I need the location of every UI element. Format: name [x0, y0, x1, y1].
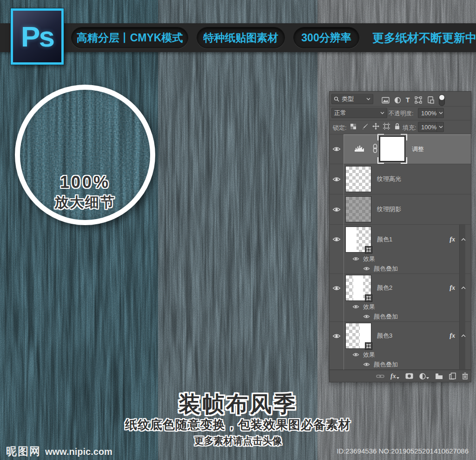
levels-adjustment-icon [355, 146, 364, 152]
layer-row-color2[interactable]: 颜色2 fx [330, 274, 471, 302]
fill-input[interactable]: 100% [418, 122, 444, 132]
chevron-down-icon [380, 112, 384, 114]
vector-mask-badge-icon [365, 246, 372, 253]
lock-transparency-icon[interactable] [350, 123, 357, 130]
lock-pixels-brush-icon[interactable] [362, 123, 368, 130]
search-icon [334, 96, 339, 102]
effect-visibility-toggle[interactable] [352, 353, 359, 357]
fx-icon: fx [450, 284, 455, 292]
layer-name: 颜色3 [377, 332, 392, 340]
eye-icon [332, 207, 341, 212]
fill-value: 100% [418, 124, 436, 131]
effect-visibility-toggle[interactable] [363, 314, 370, 319]
poster-subtitle: 纸纹底色随意变换，包装效果图必备素材 [0, 417, 476, 433]
chevron-up-icon[interactable] [461, 238, 466, 241]
color-overlay-row[interactable]: 颜色叠加 [330, 312, 471, 321]
effect-visibility-toggle[interactable] [363, 267, 370, 271]
color-overlay-row[interactable]: 颜色叠加 [330, 264, 471, 273]
fx-icon: fx [390, 373, 396, 380]
layer-thumbnail[interactable] [345, 227, 371, 253]
vector-mask-badge-icon [365, 342, 372, 350]
delete-layer-button[interactable] [462, 373, 468, 380]
mask-selection-bracket [401, 157, 407, 164]
new-adjustment-layer-button[interactable] [419, 373, 429, 380]
fill-label: 填充: [403, 124, 416, 132]
smart-object-filter-icon[interactable] [427, 96, 434, 104]
lock-all-padlock-icon[interactable] [394, 123, 400, 130]
add-layer-mask-button[interactable] [405, 373, 413, 379]
layer-visibility-toggle[interactable] [330, 322, 344, 350]
layer-row-highlight[interactable]: 纹理高光 [330, 164, 471, 194]
watermark-site-url: www.nipic.com [45, 447, 112, 457]
chevron-up-icon[interactable] [461, 334, 466, 337]
filter-type-select[interactable]: 类型 [331, 94, 373, 104]
add-mask-icon [405, 373, 413, 379]
mask-selection-bracket [377, 157, 384, 164]
header-bar: 高精分层丨CMYK模式 特种纸贴图素材 300分辨率 更多纸材不断更新中…… [0, 23, 476, 52]
chevron-up-icon[interactable] [461, 287, 466, 289]
lock-position-move-icon[interactable] [372, 123, 379, 130]
mask-selection-bracket [401, 134, 407, 140]
layer-row-color3[interactable]: 颜色3 fx [330, 322, 471, 350]
layer-visibility-toggle[interactable] [330, 164, 344, 194]
layer-thumbnail[interactable] [345, 323, 371, 349]
effects-row[interactable]: 效果 [330, 254, 471, 264]
layer-visibility-toggle[interactable] [330, 274, 344, 302]
eye-icon [363, 314, 370, 319]
layer-thumbnail[interactable] [345, 166, 371, 192]
effect-visibility-toggle[interactable] [352, 305, 359, 309]
layer-group-color1: 颜色1 fx 效果 颜色叠加 [330, 225, 471, 274]
triangle-down-icon [397, 377, 399, 379]
filter-toggle-switch[interactable] [439, 94, 445, 106]
watermark-site-name: 昵图网 [6, 444, 41, 459]
lock-label: 锁定: [333, 124, 347, 132]
layer-mask-thumbnail[interactable] [379, 136, 405, 162]
pixel-layer-filter-icon[interactable] [382, 97, 390, 104]
link-layers-button[interactable] [376, 374, 384, 379]
thumbnail-paint-area [346, 227, 357, 252]
thumbnail-paint-area [353, 275, 363, 300]
effect-visibility-toggle[interactable] [363, 362, 370, 367]
photoshop-logo: Ps [11, 8, 64, 65]
feature-pill-resolution: 300分辨率 [293, 27, 359, 48]
feature-pill-material: 特种纸贴图素材 [197, 27, 285, 48]
color-overlay-row[interactable]: 颜色叠加 [330, 360, 471, 369]
eye-icon [332, 286, 341, 291]
new-layer-button[interactable] [449, 373, 456, 380]
feature-pill-cmyk: 高精分层丨CMYK模式 [71, 27, 188, 48]
eye-icon [363, 267, 370, 271]
lock-artboard-icon[interactable] [383, 123, 390, 130]
shape-layer-filter-icon[interactable] [415, 96, 422, 104]
opacity-input[interactable]: 100% [418, 108, 444, 118]
layer-visibility-toggle[interactable] [330, 194, 344, 224]
layer-visibility-toggle[interactable] [330, 225, 344, 254]
layer-row-color1[interactable]: 颜色1 fx [330, 225, 471, 254]
layer-name: 颜色1 [377, 235, 392, 244]
chevron-down-icon [439, 112, 443, 114]
image-id-text: ID:23694536 NO:20190525201410627086 [337, 447, 469, 455]
zoom-detail-circle: 100% 放大细节 [15, 85, 155, 225]
blend-mode-select[interactable]: 正常 [331, 108, 387, 118]
photoshop-logo-text: Ps [21, 20, 53, 53]
layer-visibility-toggle[interactable] [330, 134, 344, 164]
poster-title: 装帧布风季 [0, 390, 476, 419]
layer-row-adjust[interactable]: 调整 [330, 134, 471, 164]
type-layer-filter-icon[interactable]: T [406, 96, 410, 104]
eye-icon [332, 147, 341, 152]
panel-scrollbar[interactable] [459, 225, 465, 369]
add-layer-style-button[interactable]: fx [390, 373, 399, 380]
effects-row[interactable]: 效果 [330, 350, 471, 360]
fill-dropdown-button[interactable] [436, 122, 444, 132]
layer-group-color2: 颜色2 fx 效果 颜色叠加 [330, 274, 471, 322]
link-layers-icon [376, 374, 384, 379]
effect-visibility-toggle[interactable] [352, 257, 359, 261]
layer-thumbnail[interactable] [345, 275, 371, 301]
adjustment-layer-filter-icon[interactable] [394, 97, 401, 104]
new-group-button[interactable] [435, 373, 443, 379]
layer-thumbnail[interactable] [345, 196, 371, 222]
triangle-down-icon [426, 377, 429, 379]
opacity-dropdown-button[interactable] [436, 108, 444, 118]
new-layer-icon [449, 373, 456, 380]
effects-row[interactable]: 效果 [330, 302, 471, 312]
layer-row-shadow[interactable]: 纹理阴影 [330, 194, 471, 225]
